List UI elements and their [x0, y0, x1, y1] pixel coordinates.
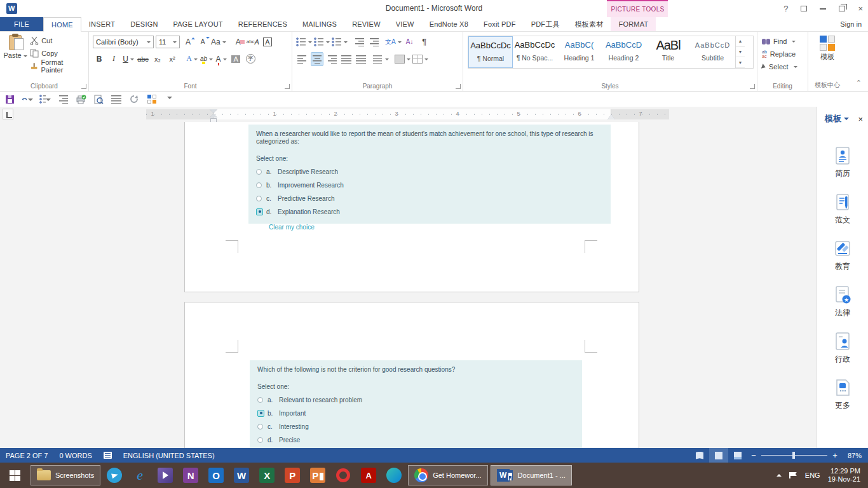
sort-button[interactable]: A↓ — [403, 35, 416, 49]
shrink-font-button[interactable]: A — [196, 35, 209, 49]
question-1-option-a[interactable]: a. Descriptive Research — [256, 168, 603, 175]
quick-print-button[interactable] — [75, 93, 86, 105]
tab-pdf-tools[interactable]: PDF工具 — [524, 17, 567, 31]
tab-references[interactable]: REFERENCES — [231, 17, 295, 31]
align-left-button[interactable] — [296, 52, 309, 66]
show-hide-marks-button[interactable]: ¶ — [418, 35, 431, 49]
distribute-button[interactable] — [355, 52, 367, 66]
ribbon-display-options-icon[interactable] — [801, 6, 807, 11]
styles-dialog-launcher[interactable] — [750, 84, 755, 89]
underline-button[interactable]: U — [122, 52, 135, 66]
taskbar-opera[interactable] — [330, 463, 356, 488]
style-subtitle[interactable]: AaBbCcD Subtitle — [691, 36, 735, 68]
zoom-slider-thumb[interactable] — [792, 452, 795, 459]
sidebar-dropdown-icon[interactable] — [844, 118, 849, 123]
right-indent-marker[interactable] — [607, 114, 615, 119]
copy-button[interactable]: Copy — [30, 48, 85, 59]
radio-selected[interactable] — [257, 410, 264, 417]
grow-font-button[interactable]: A — [182, 35, 194, 49]
numbering-qat-button[interactable] — [39, 93, 51, 105]
start-button[interactable] — [0, 463, 29, 488]
radio-unselected[interactable] — [256, 169, 262, 175]
save-button[interactable] — [4, 93, 15, 105]
clock[interactable]: 12:29 PM 19-Nov-21 — [828, 467, 860, 484]
print-preview-button[interactable] — [93, 93, 104, 105]
shading-button[interactable] — [395, 52, 410, 66]
find-button[interactable]: Find — [759, 35, 806, 48]
customize-qat-button[interactable] — [164, 93, 175, 105]
superscript-button[interactable]: x² — [166, 52, 179, 66]
taskbar-powerpoint[interactable]: P — [280, 463, 305, 488]
align-center-button[interactable] — [311, 52, 323, 66]
zoom-slider[interactable] — [761, 455, 827, 456]
proofing-status[interactable] — [98, 448, 118, 463]
enclose-characters-button[interactable]: 字 — [244, 52, 257, 66]
select-button[interactable]: Select — [759, 60, 806, 73]
show-hidden-icons[interactable] — [776, 471, 782, 477]
format-painter-button[interactable]: Format Painter — [30, 60, 85, 72]
tab-page-layout[interactable]: PAGE LAYOUT — [166, 17, 231, 31]
highlight-button[interactable]: ab — [200, 52, 213, 66]
horizontal-ruler[interactable]: 1 1 2 3 4 5 6 7 — [146, 109, 669, 119]
question-2-option-d[interactable]: d. Precise — [257, 436, 574, 444]
undo-dropdown[interactable] — [28, 98, 33, 104]
style-heading-1[interactable]: AaBbC( Heading 1 — [557, 36, 602, 68]
decrease-indent-qat-button[interactable] — [57, 93, 69, 105]
word-count[interactable]: 0 WORDS — [53, 448, 97, 463]
asian-layout-button[interactable]: 文A — [385, 35, 402, 49]
zoom-out-button[interactable]: − — [747, 451, 760, 460]
minimize-button[interactable] — [820, 8, 826, 10]
sidebar-item-more[interactable]: 更多 — [832, 377, 853, 411]
tab-home[interactable]: HOME — [43, 17, 81, 32]
taskbar-chrome-window[interactable]: Get Homewor... — [408, 465, 487, 485]
tab-insert[interactable]: INSERT — [81, 17, 123, 31]
question-1-option-b[interactable]: b. Improvement Research — [256, 181, 603, 189]
tab-foxit-pdf[interactable]: Foxit PDF — [476, 17, 524, 31]
restore-button[interactable] — [839, 6, 845, 11]
question-1-option-c[interactable]: c. Predictive Research — [256, 194, 603, 202]
styles-scroll-down[interactable]: ▼ — [736, 47, 745, 58]
taskbar-edge[interactable] — [381, 463, 407, 488]
character-shading-button[interactable]: A — [229, 52, 242, 66]
taskbar-telegram[interactable] — [102, 463, 127, 488]
taskbar-excel[interactable]: X — [254, 463, 280, 488]
font-color-button[interactable]: A — [215, 52, 227, 66]
strikethrough-button[interactable]: abc — [137, 52, 149, 66]
tab-format[interactable]: FORMAT PICTURE TOOLS — [611, 17, 656, 31]
sidebar-item-administration[interactable]: 行政 — [832, 330, 853, 365]
decrease-indent-button[interactable] — [353, 35, 365, 49]
taskbar-word-window[interactable]: W Document1 - ... — [491, 465, 572, 485]
sidebar-item-resume[interactable]: 简历 — [832, 145, 853, 179]
question-1-option-d[interactable]: d. Explanation Research — [256, 208, 603, 215]
paste-button[interactable]: Paste — [2, 33, 29, 81]
justify-button[interactable] — [340, 52, 353, 66]
redo-button[interactable] — [128, 93, 140, 105]
style-no-spacing[interactable]: AaBbCcDc ¶ No Spac... — [513, 36, 557, 68]
bullets-button[interactable] — [296, 35, 312, 49]
taskbar-onenote[interactable]: N — [178, 463, 203, 488]
line-spacing-button[interactable] — [373, 52, 389, 66]
read-mode-button[interactable] — [690, 448, 709, 463]
clipboard-dialog-launcher[interactable] — [81, 84, 86, 89]
clear-my-choice-link[interactable]: Clear my choice — [269, 224, 603, 231]
numbering-button[interactable] — [314, 35, 330, 49]
taskbar-publisher[interactable]: P — [305, 463, 330, 488]
italic-button[interactable]: I — [107, 52, 120, 66]
subscript-button[interactable]: x₂ — [151, 52, 164, 66]
print-layout-button[interactable] — [709, 448, 728, 463]
language-indicator[interactable]: ENGLISH (UNITED STATES) — [118, 448, 220, 463]
zoom-in-button[interactable]: + — [829, 451, 841, 460]
text-effects-button[interactable]: A — [186, 52, 198, 66]
taskbar-word[interactable]: W — [229, 463, 254, 488]
tab-design[interactable]: DESIGN — [123, 17, 165, 31]
document-canvas[interactable]: When a researcher would like to report t… — [0, 122, 817, 448]
tab-file[interactable]: FILE — [0, 17, 43, 31]
tab-review[interactable]: REVIEW — [344, 17, 388, 31]
tab-mailings[interactable]: MAILINGS — [295, 17, 344, 31]
close-button[interactable]: × — [858, 4, 863, 13]
taskbar-outlook[interactable]: O — [203, 463, 229, 488]
undo-button[interactable] — [22, 93, 33, 105]
help-icon[interactable]: ? — [783, 4, 788, 13]
change-case-button[interactable]: Aa — [211, 35, 226, 49]
align-right-button[interactable] — [325, 52, 338, 66]
